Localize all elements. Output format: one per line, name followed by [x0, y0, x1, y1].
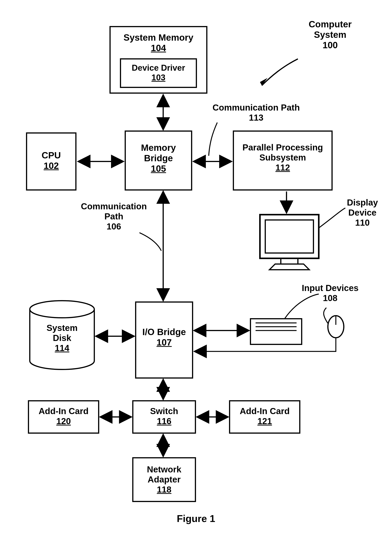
switch-num: 116	[157, 416, 172, 426]
display-text1: Display	[347, 198, 378, 207]
comm113-num: 113	[249, 113, 264, 123]
comm106-leader	[140, 233, 161, 251]
pps-label: Parallel Processing Subsystem 112	[233, 143, 332, 173]
input-devices-num: 108	[323, 293, 338, 303]
addin-right-label: Add-In Card 121	[230, 406, 300, 426]
system-disk-text1: System	[47, 323, 78, 333]
system-memory-text: System Memory	[124, 33, 193, 43]
system-memory-label: System Memory 104	[110, 32, 207, 53]
comm113-leader	[209, 123, 217, 156]
io-bridge-num: 107	[157, 337, 172, 347]
svg-rect-4	[265, 220, 313, 253]
comm106-text2: Path	[104, 211, 123, 221]
device-driver-num: 103	[151, 73, 165, 82]
addin-right-num: 121	[257, 416, 272, 426]
network-adapter-label: Network Adapter 118	[133, 464, 196, 495]
network-adapter-text1: Network	[147, 464, 181, 474]
switch-label: Switch 116	[133, 406, 196, 426]
memory-bridge-label: Memory Bridge 105	[125, 143, 192, 174]
addin-left-num: 120	[56, 416, 71, 426]
title-num: 100	[322, 40, 338, 50]
figure-caption-text: Figure 1	[177, 513, 215, 524]
pps-text1: Parallel Processing	[243, 143, 323, 152]
svg-point-0	[30, 301, 94, 318]
display-num: 110	[355, 218, 370, 228]
title-line2: System	[314, 30, 346, 40]
input-devices-label: Input Devices 108	[296, 283, 364, 303]
network-adapter-num: 118	[157, 485, 172, 495]
addin-left-label: Add-In Card 120	[28, 406, 99, 426]
diagram-stage: Computer System 100 System Memory 104 De…	[0, 0, 392, 533]
figure-caption: Figure 1	[0, 513, 392, 524]
mouse-icon	[324, 308, 344, 338]
comm106-num: 106	[107, 221, 121, 231]
svg-rect-3	[260, 215, 319, 258]
display-device-icon	[260, 215, 319, 270]
system-disk-text2: Disk	[53, 333, 71, 343]
memory-bridge-text2: Bridge	[144, 153, 173, 163]
memory-bridge-text1: Memory	[141, 143, 176, 153]
pps-text2: Subsystem	[259, 152, 306, 162]
comm-path-106-label: Communication Path 106	[76, 201, 152, 232]
system-memory-num: 104	[151, 43, 166, 53]
network-adapter-text2: Adapter	[148, 475, 181, 484]
system-disk-num: 114	[55, 343, 70, 353]
device-driver-label: Device Driver 103	[121, 63, 196, 82]
comm-path-113-label: Communication Path 113	[207, 103, 305, 123]
comm113-text: Communication Path	[213, 103, 300, 112]
comm106-text1: Communication	[81, 201, 147, 211]
display-text2: Device	[348, 208, 376, 218]
title-leader	[262, 59, 298, 86]
device-driver-text: Device Driver	[132, 63, 185, 72]
title-line1: Computer	[309, 19, 352, 29]
io-bridge-label: I/O Bridge 107	[136, 327, 193, 347]
svg-rect-5	[281, 258, 298, 264]
addin-right-text: Add-In Card	[240, 406, 289, 416]
addin-left-text: Add-In Card	[38, 406, 89, 416]
keyboard-icon	[250, 319, 302, 344]
input-devices-text: Input Devices	[302, 283, 358, 293]
pps-num: 112	[275, 163, 290, 172]
cpu-label: CPU 102	[27, 150, 76, 171]
display-device-label: Display Device 110	[340, 198, 385, 228]
title-label: Computer System 100	[296, 19, 364, 51]
switch-text: Switch	[150, 406, 178, 416]
system-disk-label: System Disk 114	[30, 323, 94, 353]
io-bridge-text: I/O Bridge	[142, 327, 186, 337]
cpu-text: CPU	[42, 150, 61, 160]
cpu-num: 102	[44, 161, 59, 171]
memory-bridge-num: 105	[151, 164, 166, 174]
